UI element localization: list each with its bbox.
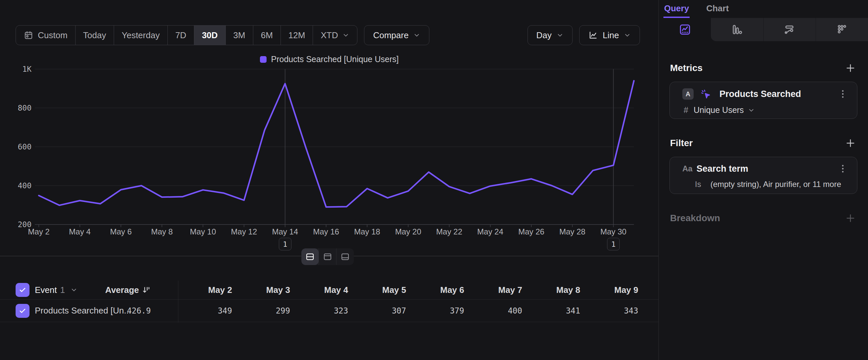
column-header: May 4 — [294, 285, 352, 295]
metric-card[interactable]: A Products Searched # Unique Users — [670, 82, 858, 119]
column-header: May 9 — [584, 285, 642, 295]
svg-text:May 4: May 4 — [69, 227, 91, 236]
range-30d[interactable]: 30D — [194, 26, 225, 45]
select-all-checkbox[interactable] — [16, 283, 30, 297]
range-3m[interactable]: 3M — [225, 26, 253, 45]
add-metric-button[interactable] — [845, 62, 856, 74]
chevron-down-icon — [413, 32, 421, 39]
filter-operator[interactable]: Is — [695, 180, 701, 189]
filter-card[interactable]: Aa Search term Is (empty string), Air pu… — [670, 157, 858, 194]
split-view-icon — [305, 252, 315, 262]
cell-value: 299 — [236, 306, 294, 315]
range-custom[interactable]: Custom — [16, 26, 75, 45]
check-icon — [18, 286, 27, 294]
property-type-label: Aa — [682, 164, 692, 173]
tab-query[interactable]: Query — [663, 0, 690, 18]
column-header: May 6 — [410, 285, 468, 295]
table-row: Products Searched [Un... 426.9 349299323… — [0, 300, 658, 322]
range-yesterday[interactable]: Yesterday — [114, 26, 167, 45]
compare-button[interactable]: Compare — [364, 25, 429, 45]
chevron-down-icon[interactable] — [70, 286, 78, 294]
filter-options-button[interactable] — [837, 163, 848, 174]
average-header[interactable]: Average — [113, 285, 151, 295]
cell-value: 343 — [584, 306, 642, 315]
grid-dots-tab-icon — [835, 23, 848, 36]
metric-options-button[interactable] — [837, 88, 848, 100]
view-tab-insights-tab[interactable] — [659, 18, 711, 41]
range-7d[interactable]: 7D — [167, 26, 194, 45]
column-header: May 5 — [352, 285, 410, 295]
panel-bottom-button[interactable] — [336, 248, 354, 265]
date-range-control: CustomTodayYesterday7D30D3M6M12MXTD — [16, 25, 358, 45]
svg-text:May 12: May 12 — [231, 227, 257, 236]
column-header: May 3 — [236, 285, 294, 295]
svg-text:May 30: May 30 — [600, 227, 627, 236]
chart-type-button[interactable]: Line — [579, 25, 640, 45]
sidebar-tabs: Query Chart — [659, 0, 868, 18]
cell-value: 323 — [294, 306, 352, 315]
query-sidebar: Query Chart Metrics A Products Searched … — [658, 0, 868, 360]
view-tab-bar-chart-tab[interactable] — [711, 18, 763, 41]
row-checkbox[interactable] — [16, 304, 30, 318]
range-12m[interactable]: 12M — [280, 26, 313, 45]
svg-text:May 14: May 14 — [272, 227, 298, 236]
row-label-cell: Products Searched [Un... — [16, 304, 113, 318]
compare-label: Compare — [373, 30, 408, 40]
analytics-app: CustomTodayYesterday7D30D3M6M12MXTD Comp… — [0, 0, 868, 360]
cursor-click-icon — [700, 88, 712, 100]
flows-tab-icon — [783, 23, 796, 36]
cell-value: 400 — [468, 306, 526, 315]
bar-chart-tab-icon — [731, 23, 744, 36]
metrics-title: Metrics — [670, 63, 703, 74]
view-type-tabs — [659, 18, 868, 41]
add-filter-button[interactable] — [845, 138, 856, 149]
toolbar-left: CustomTodayYesterday7D30D3M6M12MXTD Comp… — [16, 25, 429, 45]
svg-text:May 20: May 20 — [395, 227, 422, 236]
range-today[interactable]: Today — [75, 26, 114, 45]
svg-text:May 10: May 10 — [190, 227, 216, 236]
add-breakdown-button[interactable] — [845, 213, 856, 224]
row-value-cells: 349299323307379400341343 — [178, 306, 642, 315]
cell-value: 307 — [352, 306, 410, 315]
split-view-button[interactable] — [301, 248, 319, 265]
cell-value: 349 — [178, 306, 236, 315]
average-label: Average — [105, 285, 139, 295]
event-label[interactable]: Event — [35, 285, 57, 295]
event-header-cell: Event 1 — [16, 283, 113, 297]
chevron-down-icon — [556, 32, 564, 39]
filter-section-header: Filter — [670, 138, 856, 149]
svg-text:May 18: May 18 — [354, 227, 380, 236]
aggregation-selector[interactable]: Unique Users — [693, 105, 744, 115]
toolbar: CustomTodayYesterday7D30D3M6M12MXTD Comp… — [16, 25, 640, 45]
chevron-down-icon[interactable] — [748, 107, 755, 114]
annotation-badge[interactable]: 1 — [279, 238, 291, 250]
layout-toggle — [301, 248, 354, 265]
column-header: May 7 — [468, 285, 526, 295]
panel-top-button[interactable] — [319, 248, 336, 265]
view-tab-grid-dots-tab[interactable] — [816, 18, 868, 41]
chart-type-label: Line — [603, 30, 619, 40]
column-header: May 8 — [526, 285, 584, 295]
metric-name[interactable]: Products Searched — [719, 89, 801, 99]
breakdown-section-header: Breakdown — [670, 213, 856, 224]
svg-text:May 24: May 24 — [477, 227, 503, 236]
metrics-section-header: Metrics — [670, 62, 856, 74]
range-xtd[interactable]: XTD — [313, 26, 357, 45]
filter-value[interactable]: (empty string), Air purifier, or 11 more — [711, 180, 841, 189]
line-chart[interactable]: 1K800600400200May 2May 4May 6May 8May 10… — [0, 50, 658, 256]
results-table: Event 1 Average May 2May 3May 4May 5May … — [0, 281, 658, 322]
annotation-badge[interactable]: 1 — [607, 238, 620, 250]
insights-tab-icon — [678, 23, 692, 36]
filter-title: Filter — [670, 138, 692, 148]
svg-text:May 8: May 8 — [151, 227, 173, 236]
toolbar-right: Day Line — [527, 25, 640, 45]
range-6m[interactable]: 6M — [253, 26, 280, 45]
granularity-button[interactable]: Day — [527, 25, 572, 45]
filter-property-name[interactable]: Search term — [696, 164, 748, 174]
series-letter-badge: A — [682, 88, 693, 100]
aggregation-symbol: # — [684, 105, 688, 115]
view-tab-flows-tab[interactable] — [763, 18, 816, 41]
chart-area[interactable]: Products Searched [Unique Users] 1K80060… — [0, 50, 658, 256]
svg-text:May 6: May 6 — [110, 227, 132, 236]
tab-chart[interactable]: Chart — [706, 0, 730, 18]
